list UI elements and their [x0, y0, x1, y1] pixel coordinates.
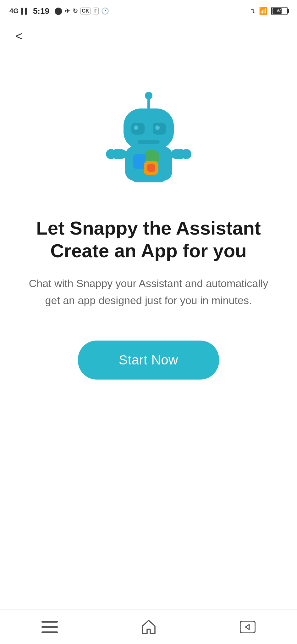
subtitle: Chat with Snappy your Assistant and auto…: [26, 275, 271, 309]
status-bar: 4G ▌▌ 5:19 ⬤ ✈ ↻ GK F 🕐 ⇅ 📶 68: [0, 0, 297, 22]
svg-rect-17: [147, 164, 155, 172]
faith-icon: F: [93, 8, 99, 14]
status-time: 5:19: [33, 6, 49, 16]
svg-point-13: [181, 149, 191, 159]
telegram-icon: ✈: [65, 7, 70, 15]
start-now-button[interactable]: Start Now: [78, 341, 219, 380]
back-arrow-icon: <: [15, 30, 22, 42]
back-button[interactable]: <: [9, 27, 28, 46]
main-title: Let Snappy the Assistant Create an App f…: [26, 217, 271, 262]
gk-icon: GK: [80, 8, 91, 14]
svg-rect-18: [41, 621, 58, 623]
svg-point-11: [106, 149, 116, 159]
svg-rect-7: [138, 140, 160, 144]
network-type: 4G: [9, 7, 19, 15]
svg-rect-21: [240, 621, 255, 633]
menu-icon: [41, 621, 58, 633]
main-content: Let Snappy the Assistant Create an App f…: [0, 22, 297, 380]
signal-icon: ▌▌: [21, 8, 29, 14]
svg-rect-9: [133, 176, 164, 182]
nav-home-button[interactable]: [138, 616, 160, 638]
data-arrows-icon: ⇅: [250, 8, 255, 14]
home-icon: [141, 619, 157, 635]
svg-point-1: [145, 92, 152, 99]
svg-rect-20: [41, 631, 58, 633]
autoupdate-icon: ↻: [73, 7, 78, 15]
svg-point-5: [134, 125, 138, 130]
svg-point-6: [155, 125, 160, 130]
robot-svg: [98, 91, 199, 192]
text-section: Let Snappy the Assistant Create an App f…: [26, 217, 271, 309]
bottom-nav: [0, 609, 297, 644]
nav-back-button[interactable]: [237, 616, 259, 638]
wifi-icon: 📶: [259, 7, 267, 15]
svg-rect-19: [41, 626, 58, 628]
battery-icon: 68: [271, 7, 288, 15]
robot-illustration: [98, 91, 199, 192]
skype-icon: ⬤: [54, 7, 62, 15]
nav-menu-button[interactable]: [39, 616, 61, 638]
clock-icon: 🕐: [101, 7, 109, 15]
battery-level: 68: [277, 9, 281, 13]
status-left: 4G ▌▌ 5:19 ⬤ ✈ ↻ GK F 🕐: [9, 6, 109, 16]
back-nav-icon: [240, 621, 256, 633]
status-right: ⇅ 📶 68: [250, 7, 288, 15]
